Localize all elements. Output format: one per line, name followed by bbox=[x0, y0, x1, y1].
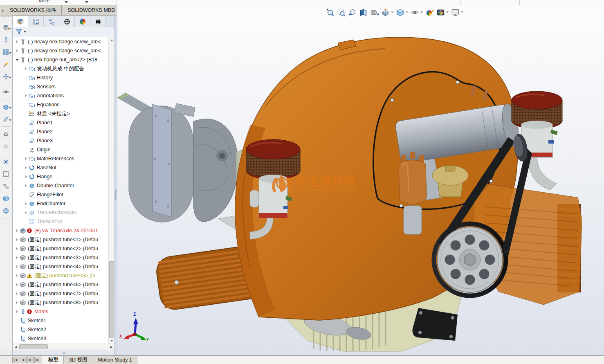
tab-SOLIDWORKS MBD[interactable]: SOLIDWORKS MBD bbox=[62, 5, 121, 15]
bill-of-materials-button[interactable] bbox=[0, 168, 11, 180]
tree-item[interactable]: (固定) pushrod tube<7> (Defau bbox=[13, 289, 109, 298]
tree-item[interactable]: (+) vw Transaxle.24-2010<1 bbox=[13, 226, 109, 235]
panel-tab-featuremanager-design-tree[interactable] bbox=[13, 16, 28, 27]
tree-item[interactable]: Sensors bbox=[13, 82, 109, 91]
tree-item[interactable]: (固定) pushrod tube<4> (Defau bbox=[13, 262, 109, 271]
exploded-view-button[interactable] bbox=[0, 155, 11, 168]
expand-arrow[interactable] bbox=[23, 67, 29, 70]
tree-item[interactable]: Sketch2 bbox=[13, 325, 109, 334]
mate-button[interactable] bbox=[0, 34, 11, 46]
linear-component-pattern-button[interactable] bbox=[0, 46, 11, 58]
hide-show-items-button[interactable] bbox=[410, 8, 424, 17]
tab-SOLIDWORKS 插件[interactable]: SOLIDWORKS 插件 bbox=[4, 5, 62, 15]
scroll-left-button[interactable]: ◀ bbox=[13, 344, 19, 350]
tree-item[interactable]: Plane1 bbox=[13, 118, 109, 127]
tree-item[interactable]: Double-Chamfer bbox=[13, 181, 109, 190]
nav-previous-button[interactable]: ◀ bbox=[20, 357, 27, 363]
expand-arrow[interactable] bbox=[14, 292, 20, 295]
tree-item[interactable]: History bbox=[13, 73, 109, 82]
edit-appearance-button[interactable] bbox=[424, 8, 435, 17]
scroll-right-button[interactable]: ▶ bbox=[108, 344, 115, 350]
crank-pulley[interactable] bbox=[437, 227, 503, 292]
dropdown-caret[interactable] bbox=[9, 107, 11, 109]
dropdown-caret[interactable] bbox=[9, 28, 11, 29]
expand-arrow[interactable] bbox=[23, 211, 29, 214]
splitter-handle[interactable] bbox=[115, 189, 117, 200]
panel-tab-configurationmanager[interactable] bbox=[44, 16, 59, 27]
dropdown-caret[interactable] bbox=[9, 52, 11, 54]
tree-item[interactable]: Plane3 bbox=[13, 136, 109, 145]
expand-arrow[interactable] bbox=[14, 40, 20, 43]
update-assembly-button[interactable] bbox=[0, 204, 11, 217]
tree-item[interactable]: (固定) pushrod tube<2> (Defau bbox=[13, 244, 109, 253]
nav-last-button[interactable]: ▶| bbox=[34, 357, 41, 363]
tree-item[interactable]: ThdSchPat bbox=[13, 217, 109, 226]
annotation-view-button[interactable]: A bbox=[369, 8, 379, 17]
tree-item[interactable]: MateReferences bbox=[13, 154, 109, 163]
tree-item[interactable]: Flange bbox=[13, 172, 109, 181]
zoom-to-area-button[interactable] bbox=[336, 8, 346, 17]
expand-arrow[interactable] bbox=[14, 310, 20, 313]
tree-item[interactable]: 发动机总成 中的配合 bbox=[13, 64, 109, 73]
reference-geometry-button[interactable] bbox=[0, 113, 11, 125]
simulation-button[interactable] bbox=[0, 140, 11, 153]
hscroll-thumb[interactable] bbox=[19, 344, 48, 349]
dropdown-caret[interactable] bbox=[406, 11, 408, 13]
expand-arrow[interactable] bbox=[23, 94, 29, 97]
dropdown-caret[interactable] bbox=[446, 11, 449, 13]
tab-占[interactable]: 占 bbox=[0, 5, 4, 15]
dropdown-caret[interactable] bbox=[9, 119, 11, 121]
toolbar-grip[interactable] bbox=[1, 16, 11, 20]
nav-next-button[interactable]: ▶ bbox=[27, 357, 34, 363]
tree-item[interactable]: Plane2 bbox=[13, 127, 109, 136]
insert-components-button[interactable] bbox=[0, 21, 11, 34]
tree-item[interactable]: (固定) pushrod tube<5> (D bbox=[13, 271, 109, 280]
air-cleaner-left[interactable] bbox=[246, 139, 300, 180]
tree-item[interactable]: EndChamfer bbox=[13, 199, 109, 208]
expand-arrow[interactable] bbox=[23, 166, 29, 169]
dropdown-caret[interactable] bbox=[420, 11, 423, 13]
expand-arrow[interactable] bbox=[14, 229, 20, 232]
tree-item[interactable]: Sketch3 bbox=[13, 334, 109, 343]
tree-item[interactable]: ThreadSchematic bbox=[13, 208, 109, 217]
expand-arrow[interactable] bbox=[23, 157, 29, 160]
new-motion-study-button[interactable] bbox=[0, 128, 11, 140]
tree-item[interactable]: BaseNut bbox=[13, 163, 109, 172]
panel-tab-dimxpertmanager[interactable] bbox=[59, 16, 75, 27]
tree-item[interactable]: (-) heavy hex flange screw_am< bbox=[13, 37, 109, 46]
move-component-button[interactable] bbox=[0, 70, 11, 83]
interference-detection-button[interactable] bbox=[0, 180, 11, 192]
previous-view-button[interactable] bbox=[347, 8, 357, 17]
zoom-to-fit-button[interactable] bbox=[325, 8, 335, 17]
doc-tab-模型[interactable]: 模型 bbox=[43, 356, 64, 364]
vscroll-thumb[interactable] bbox=[109, 261, 114, 338]
tree-item[interactable]: (-) hex flange nut_am<2> (B18. bbox=[13, 55, 109, 64]
nav-first-button[interactable]: |◀ bbox=[12, 357, 19, 363]
tree-item[interactable]: ΣEquations bbox=[13, 100, 109, 109]
expand-arrow[interactable] bbox=[14, 301, 20, 304]
tree-item[interactable]: 材质 <未指定> bbox=[13, 109, 109, 118]
expand-arrow[interactable] bbox=[14, 283, 20, 286]
doc-tab-3D 视图[interactable]: 3D 视图 bbox=[64, 356, 92, 364]
tree-filter-bar[interactable] bbox=[13, 27, 115, 37]
expand-arrow[interactable] bbox=[23, 175, 29, 178]
tree-item[interactable]: (-) heavy hex flange screw_am< bbox=[13, 46, 109, 55]
section-view-button[interactable] bbox=[358, 8, 368, 17]
expand-arrow[interactable] bbox=[14, 274, 20, 277]
panel-tab-cam-manager[interactable] bbox=[90, 16, 106, 27]
scroll-up-button[interactable]: ▲ bbox=[109, 37, 115, 43]
dropdown-caret[interactable] bbox=[461, 11, 463, 13]
doc-tab-Motion Study 1[interactable]: Motion Study 1 bbox=[92, 356, 137, 364]
show-hidden-components-button[interactable] bbox=[0, 85, 11, 98]
tree-item[interactable]: (固定) pushrod tube<3> (Defau bbox=[13, 253, 109, 262]
tree-vertical-scrollbar[interactable]: ▲ ▼ bbox=[108, 37, 115, 344]
panel-tab-displaymanager[interactable] bbox=[75, 16, 90, 27]
expand-arrow[interactable] bbox=[23, 184, 29, 187]
tree-item[interactable]: (固定) pushrod tube<1> (Defau bbox=[13, 235, 109, 244]
panel-tab-propertymanager[interactable] bbox=[28, 16, 44, 27]
tree-item[interactable]: (固定) pushrod tube<6> (Defau bbox=[13, 280, 109, 289]
expand-arrow[interactable] bbox=[14, 238, 20, 241]
tree-item[interactable]: Mates bbox=[13, 307, 109, 316]
engine-model[interactable] bbox=[117, 5, 604, 355]
expand-arrow[interactable] bbox=[14, 265, 20, 268]
